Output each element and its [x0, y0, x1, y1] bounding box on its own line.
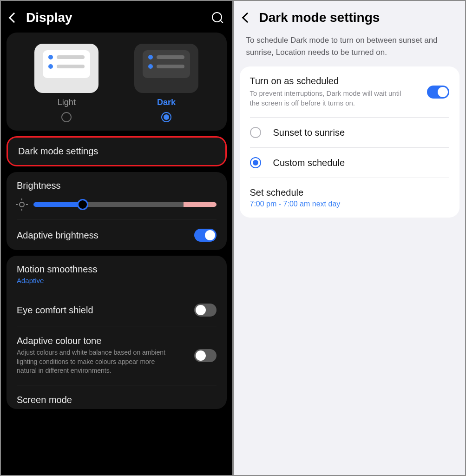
brightness-card: Brightness Adaptive brightness — [7, 172, 227, 250]
option-sunset-radio[interactable] — [250, 127, 261, 138]
screen-mode-row[interactable]: Screen mode — [17, 395, 217, 405]
motion-smoothness-row[interactable]: Motion smoothness Adaptive — [17, 264, 217, 284]
light-preview-icon — [34, 44, 98, 93]
display-more-card: Motion smoothness Adaptive Eye comfort s… — [7, 256, 227, 409]
turn-on-scheduled-toggle[interactable] — [427, 86, 449, 99]
theme-card: Light Dark — [7, 33, 227, 131]
theme-option-dark[interactable]: Dark — [134, 44, 198, 122]
option-custom-label: Custom schedule — [273, 158, 345, 168]
dark-label: Dark — [157, 98, 176, 107]
dark-mode-settings-screen: Dark mode settings To schedule Dark mode… — [233, 0, 466, 476]
header: Display — [1, 1, 232, 33]
brightness-label: Brightness — [17, 180, 217, 191]
screen-mode-label: Screen mode — [17, 395, 217, 405]
dark-mode-settings-label: Dark mode settings — [18, 146, 215, 157]
theme-option-light[interactable]: Light — [34, 44, 98, 122]
schedule-card: Turn on as scheduled To prevent interrup… — [240, 66, 460, 218]
option-sunset-row[interactable]: Sunset to sunrise — [240, 118, 460, 147]
adaptive-brightness-row[interactable]: Adaptive brightness — [17, 229, 217, 242]
brightness-sun-icon — [17, 199, 27, 210]
turn-on-scheduled-row[interactable]: Turn on as scheduled To prevent interrup… — [240, 66, 460, 117]
set-schedule-row[interactable]: Set schedule 7:00 pm - 7:00 am next day — [240, 178, 460, 218]
location-info-text: To schedule Dark mode to turn on between… — [234, 33, 466, 66]
back-icon[interactable] — [242, 13, 252, 23]
eye-comfort-label: Eye comfort shield — [17, 305, 93, 316]
option-sunset-label: Sunset to sunrise — [273, 127, 345, 138]
light-radio[interactable] — [61, 112, 72, 122]
adaptive-colour-toggle[interactable] — [194, 349, 217, 362]
search-icon[interactable] — [212, 12, 223, 23]
dark-preview-icon — [134, 44, 198, 93]
brightness-slider-thumb[interactable] — [77, 199, 88, 210]
brightness-slider[interactable] — [33, 202, 217, 207]
dark-radio[interactable] — [161, 112, 171, 122]
adaptive-brightness-toggle[interactable] — [194, 229, 217, 242]
turn-on-scheduled-title: Turn on as scheduled — [250, 76, 403, 86]
adaptive-colour-title: Adaptive colour tone — [17, 336, 170, 346]
adaptive-colour-row[interactable]: Adaptive colour tone Adjust colours and … — [17, 336, 217, 376]
motion-value: Adaptive — [17, 277, 217, 284]
turn-on-scheduled-desc: To prevent interruptions, Dark mode will… — [250, 88, 403, 108]
adaptive-brightness-label: Adaptive brightness — [17, 230, 98, 241]
eye-comfort-toggle[interactable] — [194, 304, 217, 317]
adaptive-colour-desc: Adjust colours and white balance based o… — [17, 348, 170, 376]
back-icon[interactable] — [9, 13, 20, 23]
set-schedule-title: Set schedule — [250, 187, 450, 198]
option-custom-radio[interactable] — [250, 157, 261, 168]
dark-mode-settings-row[interactable]: Dark mode settings — [7, 136, 227, 166]
header: Dark mode settings — [234, 1, 466, 33]
page-title: Dark mode settings — [259, 10, 380, 25]
motion-title: Motion smoothness — [17, 264, 217, 275]
set-schedule-value: 7:00 pm - 7:00 am next day — [250, 200, 450, 208]
display-settings-screen: Display Light — [0, 0, 233, 476]
option-custom-row[interactable]: Custom schedule — [240, 148, 460, 178]
eye-comfort-row[interactable]: Eye comfort shield — [17, 304, 217, 317]
page-title: Display — [26, 10, 72, 25]
light-label: Light — [58, 98, 76, 107]
